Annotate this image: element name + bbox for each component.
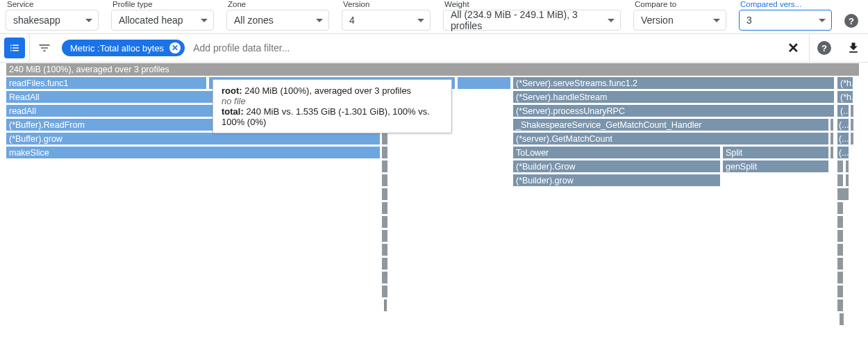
frame-small[interactable] (837, 201, 844, 215)
service-dropdown[interactable]: Service shakesapp (6, 0, 99, 31)
list-view-button[interactable] (0, 33, 29, 63)
profile-type-label: Profile type (111, 0, 214, 8)
frame-small[interactable] (830, 118, 834, 131)
zone-label: Zone (226, 0, 329, 8)
download-button[interactable] (839, 33, 868, 63)
frame-split[interactable]: Split (722, 146, 829, 159)
list-icon (4, 38, 25, 58)
frame-small[interactable] (381, 243, 388, 256)
chevron-down-icon (85, 19, 92, 22)
frame-ellipsis2[interactable]: (... (837, 118, 849, 131)
frame-small[interactable] (837, 215, 844, 229)
frame-small[interactable] (850, 104, 854, 117)
frame-small[interactable] (837, 285, 844, 298)
frame-handle-stream[interactable]: (*Server).handleStream (512, 90, 835, 104)
chevron-down-icon (201, 19, 208, 22)
compared-version-value: 3 (746, 15, 752, 26)
frame-small[interactable] (381, 229, 388, 242)
chevron-down-icon (713, 19, 720, 22)
tooltip-nofile: no file (222, 96, 443, 106)
filter-button[interactable] (30, 33, 59, 63)
frame-serve-streams[interactable]: (*Server).serveStreams.func1.2 (512, 76, 835, 90)
frame-getmatch[interactable]: (*server).GetMatchCount (512, 132, 829, 145)
frame-makeslice[interactable]: makeSlice (6, 146, 381, 159)
frame-small[interactable] (381, 201, 388, 215)
frame-small[interactable] (837, 229, 844, 242)
frame-buffer-grow[interactable]: (*Buffer).grow (6, 132, 381, 145)
chevron-down-icon (608, 19, 615, 22)
compare-to-value: Version (641, 15, 674, 26)
version-dropdown[interactable]: Version 4 (342, 0, 431, 31)
frame-small[interactable] (837, 299, 844, 312)
help-icon[interactable]: ? (810, 33, 839, 63)
frame-small[interactable] (837, 257, 844, 270)
filter-input[interactable] (185, 42, 778, 54)
frame-small[interactable] (381, 188, 388, 201)
root-label: 240 MiB (100%), averaged over 3 profiles (9, 65, 169, 74)
frame-small[interactable] (381, 285, 388, 298)
filter-bar: Service shakesapp Profile type Allocated… (0, 0, 868, 33)
frame-small[interactable] (381, 271, 388, 284)
zone-value: All zones (234, 15, 274, 26)
frame-small[interactable] (381, 146, 388, 159)
frame-small[interactable] (381, 215, 388, 229)
frame-small[interactable] (381, 160, 388, 173)
frame-small[interactable] (845, 160, 849, 173)
tooltip-total: total: 240 MiB vs. 1.535 GiB (-1.301 GiB… (222, 106, 443, 127)
help-icon[interactable]: ? (844, 14, 858, 28)
version-value: 4 (349, 15, 355, 26)
frame-star-h2[interactable]: (*h... (837, 90, 853, 104)
frame-blank[interactable] (457, 76, 511, 90)
frame-ellipsis[interactable]: (... (837, 104, 849, 117)
version-label: Version (342, 0, 431, 8)
frame-small[interactable] (837, 174, 844, 187)
frame-small[interactable] (830, 132, 834, 145)
frame-small[interactable] (845, 174, 849, 187)
frame-gensplit[interactable]: genSplit (722, 160, 829, 173)
toolbar-right: ✕ ? (778, 33, 868, 63)
frame-small[interactable] (381, 257, 388, 270)
metric-chip[interactable]: Metric : Total alloc bytes ✕ (62, 40, 185, 56)
frame-small[interactable] (850, 118, 854, 131)
flame-graph[interactable]: 240 MiB (100%), averaged over 3 profiles… (6, 63, 860, 354)
close-icon[interactable]: ✕ (169, 42, 181, 53)
chevron-down-icon (417, 19, 424, 22)
frame-builder-grow-upper[interactable]: (*Builder).Grow (512, 160, 721, 173)
frame-small[interactable] (381, 132, 388, 145)
tooltip: root: 240 MiB (100%), averaged over 3 pr… (212, 79, 452, 133)
weight-value: All (234.9 MiB - 249.1 MiB), 3 profiles (451, 9, 601, 31)
frame-star-h[interactable]: (*h... (837, 76, 853, 90)
tooltip-line1: root: 240 MiB (100%), averaged over 3 pr… (222, 85, 443, 96)
weight-dropdown[interactable]: Weight All (234.9 MiB - 249.1 MiB), 3 pr… (443, 0, 621, 31)
frame-small[interactable] (839, 313, 844, 326)
service-label: Service (6, 0, 99, 8)
profile-type-dropdown[interactable]: Profile type Allocated heap (111, 0, 214, 31)
frame-small[interactable] (850, 132, 854, 145)
frame-builder-grow-lower[interactable]: (*Builder).grow (512, 174, 721, 187)
chevron-down-icon (316, 19, 323, 22)
flame-root[interactable]: 240 MiB (100%), averaged over 3 profiles (6, 63, 860, 76)
profile-type-value: Allocated heap (119, 15, 183, 26)
compared-version-label: Compared vers... (739, 0, 822, 8)
frame-small[interactable] (837, 243, 844, 256)
frame-handler[interactable]: _ShakespeareService_GetMatchCount_Handle… (512, 118, 829, 131)
service-value: shakesapp (13, 15, 60, 26)
compared-version-dropdown[interactable]: Compared vers... 3 (739, 0, 832, 31)
frame-small[interactable] (830, 146, 834, 159)
compare-to-dropdown[interactable]: Compare to Version (633, 0, 726, 31)
frame-process-unary[interactable]: (*Server).processUnaryRPC (512, 104, 835, 117)
zone-dropdown[interactable]: Zone All zones (226, 0, 329, 31)
chevron-down-icon (819, 19, 826, 22)
frame-readfiles-func1[interactable]: readFiles.func1 (6, 76, 207, 90)
frame-small[interactable] (383, 299, 387, 312)
frame-ellipsis3[interactable]: (... (837, 132, 849, 145)
metric-chip-value: Total alloc bytes (100, 43, 165, 53)
frame-small[interactable] (837, 188, 849, 201)
frame-small[interactable] (381, 174, 388, 187)
metric-chip-prefix: Metric : (70, 43, 100, 53)
clear-icon[interactable]: ✕ (778, 40, 809, 56)
frame-ellipsis4[interactable]: (... (837, 146, 849, 159)
frame-small[interactable] (837, 271, 844, 284)
frame-tolower[interactable]: ToLower (512, 146, 721, 159)
frame-small[interactable] (837, 160, 844, 173)
